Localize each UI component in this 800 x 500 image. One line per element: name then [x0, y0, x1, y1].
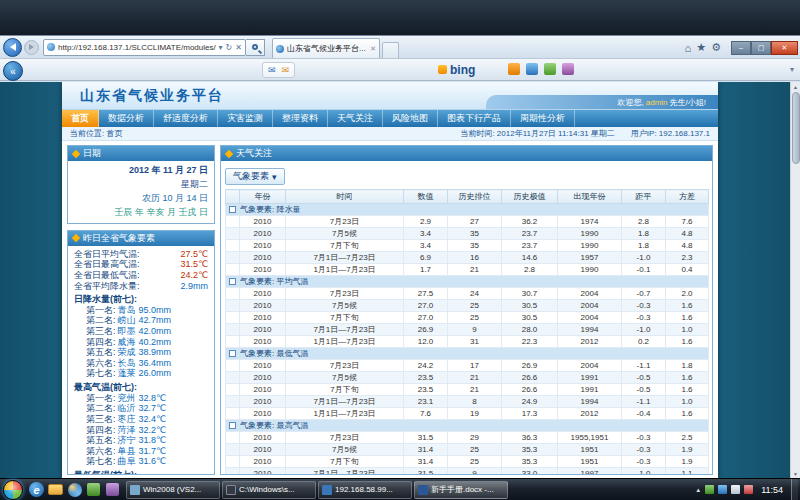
- table-section-row[interactable]: 气象要素: 平均气温: [226, 276, 709, 288]
- nav-item-7[interactable]: 风险地图: [383, 110, 438, 127]
- tray-icon-2[interactable]: [718, 485, 727, 494]
- tray-icon-1[interactable]: [705, 485, 714, 494]
- station-link[interactable]: 蓬莱: [118, 368, 136, 378]
- station-link[interactable]: 菏泽: [118, 425, 136, 435]
- station-link[interactable]: 单县: [118, 446, 136, 456]
- station-link[interactable]: 济宁: [118, 435, 136, 445]
- table-row[interactable]: 20107月23日24.21726.92004-1.11.8: [226, 360, 709, 372]
- tab-close-icon[interactable]: ✕: [370, 45, 376, 53]
- back-button[interactable]: [3, 38, 22, 57]
- table-row[interactable]: 20107月5候23.52126.61991-0.51.6: [226, 372, 709, 384]
- refresh-icon[interactable]: ↻: [226, 43, 233, 52]
- table-row[interactable]: 20107月下旬23.52126.61991-0.51.6: [226, 384, 709, 396]
- close-button[interactable]: ✕: [771, 41, 798, 55]
- taskbar-window-button-1[interactable]: Win2008 (VS2...: [126, 481, 220, 499]
- taskbar-window-button-4[interactable]: 新手手册.docx -...: [414, 481, 508, 499]
- home-icon[interactable]: ⌂: [685, 42, 692, 54]
- taskbar-folder-icon[interactable]: [48, 482, 63, 497]
- toolbar-overflow-chevron-icon[interactable]: ▾: [790, 65, 794, 74]
- nav-item-5[interactable]: 整理资料: [273, 110, 328, 127]
- forward-button[interactable]: [24, 40, 39, 55]
- new-tab-button[interactable]: [382, 42, 399, 58]
- autocomplete-dropdown-icon[interactable]: ▾: [219, 43, 223, 52]
- minimize-button[interactable]: –: [731, 41, 751, 55]
- maximize-button[interactable]: ▢: [751, 41, 771, 55]
- table-row[interactable]: 20107月5候27.02530.52004-0.31.6: [226, 300, 709, 312]
- nav-item-6[interactable]: 天气关注: [328, 110, 383, 127]
- station-link[interactable]: 曲阜: [118, 456, 136, 466]
- station-link[interactable]: 崂山: [118, 315, 136, 325]
- nav-item-2[interactable]: 数据分析: [99, 110, 154, 127]
- toolbar-app-icon-1[interactable]: [508, 63, 520, 75]
- scrollbar-thumb[interactable]: [792, 92, 800, 164]
- table-row[interactable]: 20101月1日—7月23日1.7212.81990-0.10.4: [226, 264, 709, 276]
- table-row[interactable]: 20101月1日—7月23日12.03122.320120.21.6: [226, 336, 709, 348]
- sidebar-gadget-icon[interactable]: «: [3, 61, 23, 81]
- cell: 1990: [558, 264, 622, 276]
- nav-item-9[interactable]: 周期性分析: [511, 110, 575, 127]
- table-row[interactable]: 20107月1日—7月23日26.9928.01994-1.01.0: [226, 324, 709, 336]
- taskbar-app-icon-4[interactable]: [86, 482, 101, 497]
- tray-icon-4[interactable]: [744, 485, 753, 494]
- address-bar[interactable]: http://192.168.137.1/SLCCLIMATE/modules/…: [43, 39, 246, 56]
- taskbar-media-player-icon[interactable]: [67, 482, 82, 497]
- station-link[interactable]: 临沂: [118, 403, 136, 413]
- station-link[interactable]: 青岛: [118, 305, 136, 315]
- station-link[interactable]: 即墨: [118, 326, 136, 336]
- nav-item-4[interactable]: 灾害监测: [218, 110, 273, 127]
- mail-alt-icon[interactable]: ✉: [282, 65, 290, 75]
- show-desktop-button[interactable]: [791, 479, 798, 500]
- station-link[interactable]: 枣庄: [118, 414, 136, 424]
- search-icon[interactable]: [246, 39, 265, 56]
- cell: 30.5: [502, 312, 558, 324]
- table-row[interactable]: 20107月下旬27.02530.52004-0.31.6: [226, 312, 709, 324]
- table-row[interactable]: 20107月5候31.42535.31951-0.31.9: [226, 444, 709, 456]
- browser-scrollbar[interactable]: ▲ ▼: [790, 82, 800, 479]
- section-checkbox-icon[interactable]: [229, 278, 236, 285]
- section-checkbox-icon[interactable]: [229, 350, 236, 357]
- table-row[interactable]: 20107月23日2.92736.219742.87.6: [226, 216, 709, 228]
- start-button[interactable]: [3, 480, 23, 500]
- favorites-star-icon[interactable]: ★: [696, 41, 706, 54]
- taskbar-app-icon-5[interactable]: [105, 482, 120, 497]
- taskbar-window-button-2[interactable]: C:\Windows\s...: [222, 481, 316, 499]
- taskbar-ie-icon[interactable]: e: [29, 482, 44, 497]
- scrollbar-up-icon[interactable]: ▲: [791, 82, 800, 92]
- station-link[interactable]: 荣成: [118, 347, 136, 357]
- table-row[interactable]: 20107月下旬31.42535.31951-0.31.9: [226, 456, 709, 468]
- table-row[interactable]: 20107月1日—7月23日31.5933.01997-1.01.1: [226, 468, 709, 475]
- station-link[interactable]: 长岛: [118, 358, 136, 368]
- table-section-row[interactable]: 气象要素: 最高气温: [226, 420, 709, 432]
- table-row[interactable]: 20107月1日—7月23日23.1824.91994-1.11.0: [226, 396, 709, 408]
- mail-icon[interactable]: ✉: [268, 65, 276, 75]
- taskbar-clock[interactable]: 11:54: [761, 485, 783, 495]
- table-section-row[interactable]: 气象要素: 降水量: [226, 204, 709, 216]
- table-row[interactable]: 20101月1日—7月23日7.61917.32012-0.41.6: [226, 408, 709, 420]
- section-checkbox-icon[interactable]: [229, 422, 236, 429]
- table-row[interactable]: 20107月23日27.52430.72004-0.72.0: [226, 288, 709, 300]
- nav-item-1[interactable]: 首页: [62, 110, 99, 127]
- bing-logo[interactable]: bing: [438, 63, 475, 77]
- nav-item-3[interactable]: 舒适度分析: [154, 110, 218, 127]
- toolbar-app-icon-2[interactable]: [526, 63, 538, 75]
- table-row[interactable]: 20107月23日31.52936.31955,1951-0.32.5: [226, 432, 709, 444]
- tools-gear-icon[interactable]: ⚙: [711, 41, 721, 54]
- tray-icon-3[interactable]: [731, 485, 740, 494]
- table-row[interactable]: 20107月5候3.43523.719901.84.8: [226, 228, 709, 240]
- toolbar-app-icon-4[interactable]: [562, 63, 574, 75]
- table-section-row[interactable]: 气象要素: 最低气温: [226, 348, 709, 360]
- taskbar-window-button-3[interactable]: 192.168.58.99...: [318, 481, 412, 499]
- station-link[interactable]: 威海: [118, 337, 136, 347]
- hidden-icons-arrow[interactable]: ▲: [695, 487, 701, 493]
- stop-icon[interactable]: ✕: [235, 43, 242, 52]
- cell: 0.2: [622, 336, 666, 348]
- nav-item-8[interactable]: 图表下行产品: [438, 110, 511, 127]
- browser-tab[interactable]: 山东省气候业务平台... ✕: [272, 38, 380, 58]
- section-checkbox-icon[interactable]: [229, 206, 236, 213]
- element-filter-button[interactable]: 气象要素 ▾: [225, 168, 285, 185]
- table-row[interactable]: 20107月1日—7月23日6.91614.61957-1.02.3: [226, 252, 709, 264]
- station-link[interactable]: 兖州: [118, 393, 136, 403]
- toolbar-app-icon-3[interactable]: [544, 63, 556, 75]
- summary-row: 全省日平均气温:27.5℃: [74, 249, 208, 260]
- table-row[interactable]: 20107月下旬3.43523.719901.84.8: [226, 240, 709, 252]
